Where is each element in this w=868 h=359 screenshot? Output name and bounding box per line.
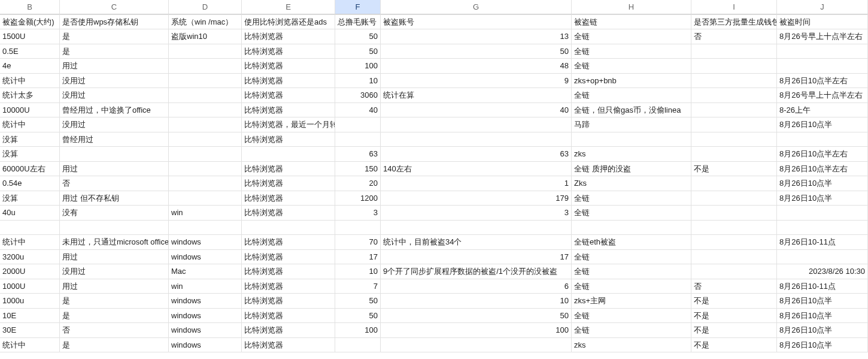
cell-G[interactable]: 50: [381, 309, 572, 323]
header-cell-F[interactable]: 总撸毛账号: [335, 15, 381, 29]
cell-C[interactable]: 否: [60, 323, 169, 337]
cell-D[interactable]: windows: [169, 338, 242, 352]
cell-C[interactable]: 用过: [60, 162, 169, 176]
cell-J[interactable]: 8月26号早上十点半左右: [777, 29, 868, 44]
column-header-C[interactable]: C: [60, 0, 169, 14]
cell-J[interactable]: 8月26日10点半: [777, 309, 868, 323]
cell-I[interactable]: [691, 235, 777, 249]
cell-E[interactable]: 比特浏览器: [242, 294, 335, 308]
cell-H[interactable]: 全链: [572, 250, 691, 264]
cell-H[interactable]: zks+主网: [572, 294, 691, 308]
cell-I[interactable]: 不是: [691, 294, 777, 308]
cell-F[interactable]: 50: [335, 29, 381, 44]
cell-D[interactable]: [169, 44, 242, 59]
cell-G[interactable]: 10: [381, 294, 572, 308]
cell-C[interactable]: 没用过: [60, 117, 169, 132]
cell-I[interactable]: [691, 191, 777, 206]
cell-D[interactable]: [169, 191, 242, 206]
cell-E[interactable]: 比特浏览器: [242, 162, 335, 176]
cell-G[interactable]: [381, 132, 572, 147]
cell-D[interactable]: windows: [169, 309, 242, 323]
cell-G[interactable]: 统计在算: [381, 88, 572, 102]
column-header-H[interactable]: H: [572, 0, 691, 14]
cell-B[interactable]: 40u: [0, 206, 60, 220]
cell-G[interactable]: 40: [381, 103, 572, 117]
cell-C[interactable]: 没用过: [60, 264, 169, 279]
cell-G[interactable]: 13: [381, 29, 572, 44]
cell-C[interactable]: 没用过: [60, 88, 169, 102]
cell-H[interactable]: 全链: [572, 29, 691, 44]
cell-B[interactable]: 统计中: [0, 117, 60, 132]
cell-I[interactable]: [691, 59, 777, 73]
cell-E[interactable]: 比特浏览器: [242, 191, 335, 206]
cell-G[interactable]: 统计中，目前被盗34个: [381, 235, 572, 249]
cell-F[interactable]: 70: [335, 235, 381, 249]
cell-G[interactable]: 9: [381, 74, 572, 88]
cell-J[interactable]: 8月26日10点半: [777, 323, 868, 337]
cell-E[interactable]: 比特浏览器: [242, 323, 335, 337]
cell-J[interactable]: 2023/8/26 10:30: [777, 264, 868, 279]
cell-H[interactable]: 全链: [572, 59, 691, 73]
header-cell-D[interactable]: 系统（win /mac）: [169, 15, 242, 29]
header-cell-H[interactable]: 被盗链: [572, 15, 691, 29]
cell-J[interactable]: 8月26日10点半左右: [777, 147, 868, 161]
cell-B[interactable]: 10E: [0, 309, 60, 323]
cell-B[interactable]: 统计中: [0, 235, 60, 249]
cell-D[interactable]: win: [169, 279, 242, 294]
cell-H[interactable]: 全链 质押的没盗: [572, 162, 691, 176]
cell-B[interactable]: [0, 221, 60, 235]
cell-F[interactable]: [335, 132, 381, 147]
cell-E[interactable]: 比特浏览器: [242, 279, 335, 294]
cell-B[interactable]: 1500U: [0, 29, 60, 44]
cell-G[interactable]: [381, 117, 572, 132]
cell-C[interactable]: 用过: [60, 279, 169, 294]
cell-C[interactable]: 用过: [60, 59, 169, 73]
cell-H[interactable]: Zks: [572, 176, 691, 191]
cell-F[interactable]: 10: [335, 74, 381, 88]
cell-C[interactable]: 是: [60, 294, 169, 308]
cell-J[interactable]: 8月26日10点半: [777, 338, 868, 352]
cell-G[interactable]: 17: [381, 250, 572, 264]
cell-E[interactable]: [242, 221, 335, 235]
cell-D[interactable]: [169, 88, 242, 102]
cell-D[interactable]: [169, 117, 242, 132]
cell-F[interactable]: 10: [335, 264, 381, 279]
cell-B[interactable]: 统计太多: [0, 88, 60, 102]
cell-F[interactable]: 7: [335, 279, 381, 294]
cell-J[interactable]: 8月26日10点半: [777, 176, 868, 191]
cell-E[interactable]: 比特浏览器: [242, 59, 335, 73]
cell-C[interactable]: [60, 147, 169, 161]
cell-C[interactable]: 用过: [60, 250, 169, 264]
cell-G[interactable]: 48: [381, 59, 572, 73]
cell-H[interactable]: 全链: [572, 88, 691, 102]
cell-G[interactable]: 3: [381, 206, 572, 220]
cell-I[interactable]: [691, 103, 777, 117]
cell-G[interactable]: 140左右: [381, 162, 572, 176]
cell-H[interactable]: [572, 221, 691, 235]
cell-H[interactable]: zks: [572, 338, 691, 352]
cell-H[interactable]: 全链: [572, 191, 691, 206]
cell-I[interactable]: [691, 221, 777, 235]
cell-D[interactable]: win: [169, 206, 242, 220]
cell-J[interactable]: [777, 59, 868, 73]
cell-F[interactable]: [335, 221, 381, 235]
cell-B[interactable]: 0.54e: [0, 176, 60, 191]
cell-B[interactable]: 0.5E: [0, 44, 60, 59]
cell-C[interactable]: 曾经用过，中途换了office: [60, 103, 169, 117]
cell-J[interactable]: 8月26日10-11点: [777, 235, 868, 249]
cell-H[interactable]: 全链，但只偷gas币，没偷linea: [572, 103, 691, 117]
cell-F[interactable]: 50: [335, 294, 381, 308]
cell-B[interactable]: 4e: [0, 59, 60, 73]
cell-C[interactable]: 曾经用过: [60, 132, 169, 147]
cell-E[interactable]: 比特浏览器: [242, 74, 335, 88]
cell-D[interactable]: [169, 221, 242, 235]
column-header-D[interactable]: D: [169, 0, 242, 14]
cell-I[interactable]: 不是: [691, 162, 777, 176]
cell-D[interactable]: windows: [169, 323, 242, 337]
cell-B[interactable]: 60000U左右: [0, 162, 60, 176]
cell-D[interactable]: windows: [169, 235, 242, 249]
cell-D[interactable]: windows: [169, 250, 242, 264]
cell-F[interactable]: 50: [335, 309, 381, 323]
cell-B[interactable]: 没算: [0, 132, 60, 147]
cell-F[interactable]: 3: [335, 206, 381, 220]
